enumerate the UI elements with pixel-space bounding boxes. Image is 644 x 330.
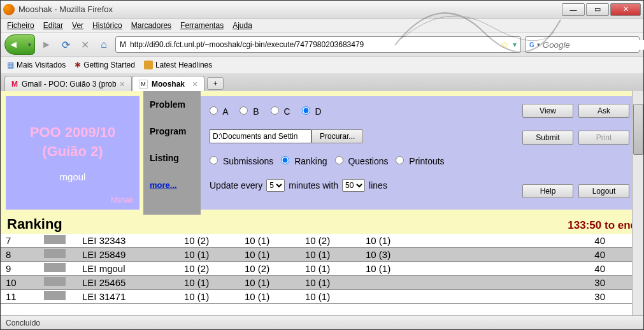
browse-button[interactable]: Procurar...: [311, 129, 363, 143]
page-content: POO 2009/10 (Guião 2) mgoul Mshak Proble…: [1, 91, 643, 315]
rank-number: 7: [1, 234, 39, 248]
home-button[interactable]: ⌂: [96, 37, 111, 52]
forward-button[interactable]: ►: [39, 37, 54, 52]
bookmark-latest-headlines[interactable]: Latest Headlines: [144, 61, 212, 69]
time-to-end: 133:50 to end: [568, 219, 637, 232]
bookmark-star-icon[interactable]: ☆: [501, 39, 509, 50]
search-bar[interactable]: G ▾ 🔍: [525, 36, 640, 53]
update-pre: Update every: [210, 180, 262, 190]
menu-file[interactable]: Ficheiro: [7, 21, 34, 30]
program-path-input[interactable]: [210, 129, 311, 143]
update-mid: minutes with: [289, 180, 338, 190]
ranking-table: 7LEI 3234310 (2)10 (1)10 (2)10 (1)408LEI…: [1, 234, 643, 304]
form-labels-column: Problem Program Listing more...: [143, 91, 201, 215]
url-text: http://di90.di.fct.unl.pt/~mooshak/cgi-b…: [130, 40, 497, 49]
score-a: 10 (1): [179, 290, 240, 304]
search-dropdown-icon[interactable]: ▾: [537, 41, 540, 48]
ranking-title: Ranking: [7, 216, 62, 233]
ask-button[interactable]: Ask: [578, 104, 629, 118]
menu-history[interactable]: Histórico: [92, 21, 122, 30]
status-text: Concluído: [6, 319, 40, 327]
contest-sub: (Guião 2): [42, 143, 103, 160]
score-b: 10 (2): [240, 262, 300, 276]
vertical-scrollbar[interactable]: [632, 91, 643, 315]
flag-icon: [44, 291, 66, 300]
print-button[interactable]: Print: [578, 131, 629, 145]
tab-gmail[interactable]: M Gmail - POO: Guião 3 (problema de... ×: [4, 76, 132, 91]
flag-cell: [39, 234, 77, 248]
status-bar: Concluído: [1, 315, 643, 329]
table-row: 10LEI 2546510 (1)10 (1)10 (1)30: [1, 276, 643, 290]
search-input[interactable]: [543, 40, 644, 50]
back-button[interactable]: ◄ ▾: [4, 34, 35, 55]
score-d: 10 (1): [361, 262, 421, 276]
flag-icon: [44, 249, 66, 258]
rank-number: 11: [1, 290, 39, 304]
google-icon: G: [529, 40, 534, 49]
menu-bookmarks[interactable]: Marcadores: [131, 21, 171, 30]
listing-ranking[interactable]: Ranking: [281, 156, 327, 166]
listing-printouts[interactable]: Printouts: [396, 156, 444, 166]
reload-button[interactable]: ⟳: [58, 37, 73, 52]
score-c: 10 (1): [300, 262, 361, 276]
rank-number: 8: [1, 248, 39, 262]
problem-d[interactable]: D: [302, 106, 322, 117]
help-button[interactable]: Help: [522, 184, 573, 198]
listing-submissions[interactable]: Submissions: [210, 156, 273, 166]
maximize-button[interactable]: ▭: [586, 3, 609, 16]
flag-cell: [39, 276, 77, 290]
bookmark-most-visited[interactable]: ▦Mais Visitados: [7, 61, 66, 69]
ranking-header: Ranking 133:50 to end: [1, 215, 643, 234]
menu-tools[interactable]: Ferramentas: [180, 21, 224, 30]
minimize-button[interactable]: —: [562, 3, 585, 16]
view-button[interactable]: View: [522, 104, 573, 118]
team-name: LEI 31471: [77, 290, 179, 304]
contest-name: POO 2009/10: [30, 124, 116, 141]
close-button[interactable]: ✕: [610, 3, 641, 16]
titlebar: Mooshak - Mozilla Firefox — ▭ ✕: [1, 1, 643, 18]
flag-cell: [39, 262, 77, 276]
score-b: 10 (1): [240, 234, 300, 248]
problem-b[interactable]: B: [240, 106, 259, 117]
logout-button[interactable]: Logout: [578, 184, 629, 198]
more-link[interactable]: more...: [143, 171, 201, 198]
gmail-icon: M: [11, 80, 18, 89]
problem-c[interactable]: C: [271, 106, 290, 117]
update-post: lines: [369, 180, 387, 190]
new-tab-button[interactable]: +: [207, 77, 224, 90]
update-lines-select[interactable]: 50: [342, 179, 365, 192]
bookmark-toolbar: ▦Mais Visitados ✱Getting Started Latest …: [1, 57, 643, 73]
url-bar[interactable]: M http://di90.di.fct.unl.pt/~mooshak/cgi…: [115, 36, 521, 53]
team-name: LEI 32343: [77, 234, 179, 248]
bookmark-getting-started[interactable]: ✱Getting Started: [75, 61, 135, 69]
team-name: LEI mgoul: [77, 262, 179, 276]
stop-button[interactable]: ✕: [77, 37, 92, 52]
rss-icon: [144, 61, 153, 69]
table-row: 7LEI 3234310 (2)10 (1)10 (2)10 (1)40: [1, 234, 643, 248]
menu-view[interactable]: Ver: [72, 21, 83, 30]
menubar: Ficheiro Editar Ver Histórico Marcadores…: [1, 18, 643, 32]
table-row: 9LEI mgoul10 (2)10 (2)10 (1)10 (1)40: [1, 262, 643, 276]
url-dropdown-icon[interactable]: ▾: [513, 40, 517, 49]
tab-mooshak[interactable]: M Mooshak ×: [132, 76, 204, 91]
close-tab-icon[interactable]: ×: [120, 79, 125, 89]
close-tab-icon[interactable]: ×: [192, 79, 197, 89]
submit-button[interactable]: Submit: [522, 131, 573, 145]
scrollbar-thumb[interactable]: [633, 104, 643, 155]
score-c: 10 (1): [300, 290, 361, 304]
menu-edit[interactable]: Editar: [43, 21, 63, 30]
problem-a[interactable]: A: [210, 106, 228, 117]
score-c: 10 (1): [300, 276, 361, 290]
flag-cell: [39, 290, 77, 304]
update-minutes-select[interactable]: 5: [266, 179, 285, 192]
listing-questions[interactable]: Questions: [335, 156, 389, 166]
menu-help[interactable]: Ajuda: [233, 21, 252, 30]
score-a: 10 (1): [179, 276, 240, 290]
problem-radios: A B C D: [210, 106, 522, 117]
flag-icon: [44, 235, 66, 244]
table-row: 8LEI 2584910 (1)10 (1)10 (1)10 (3)40: [1, 248, 643, 262]
window-title: Mooshak - Mozilla Firefox: [18, 4, 562, 14]
score-b: 10 (1): [240, 276, 300, 290]
rank-number: 10: [1, 276, 39, 290]
label-listing: Listing: [143, 145, 201, 171]
